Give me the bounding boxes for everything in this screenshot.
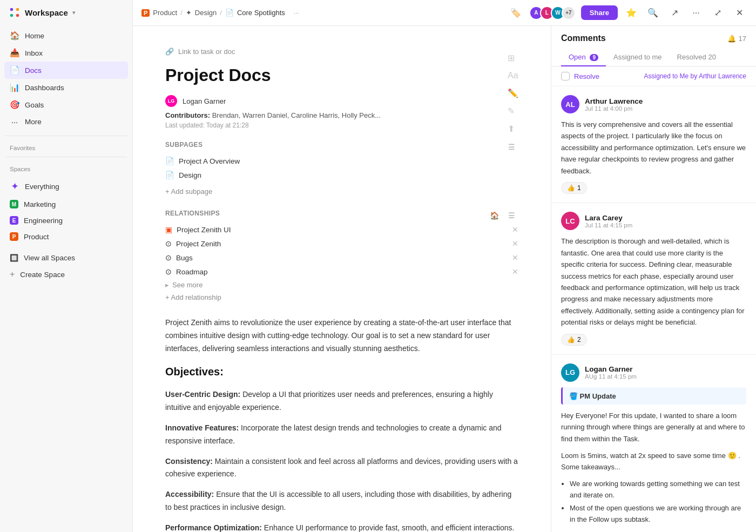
comment-author-3: Logan Garner: [585, 365, 637, 373]
sidebar-nav: 🏠 Home 📥 Inbox 📄 Docs 📊 Dashboards 🎯 Goa…: [0, 25, 132, 132]
subpage-label-2: Design: [179, 171, 201, 179]
create-space-button[interactable]: + Create Space: [4, 266, 128, 283]
workspace-header[interactable]: Workspace ▾: [0, 0, 132, 25]
breadcrumb-product[interactable]: Product: [153, 9, 177, 17]
sidebar-item-engineering[interactable]: E Engineering: [4, 212, 128, 228]
export-icon-button[interactable]: ↗: [666, 5, 683, 21]
share-button[interactable]: Share: [581, 5, 618, 20]
comment-time-2: Jul 11 at 4:15 pm: [585, 222, 632, 228]
obj-1-title: User-Centric Design:: [165, 390, 240, 399]
subpages-label: Subpages: [165, 141, 202, 149]
comment-meta-2: Lara Carey Jul 11 at 4:15 pm: [585, 214, 632, 228]
product-dot: P: [10, 232, 18, 241]
doc-author-row: LG Logan Garner: [165, 95, 502, 107]
spaces-label: Spaces: [0, 160, 132, 174]
rel-item-4-link[interactable]: ⊙ Roadmap: [165, 267, 208, 276]
subpages-section: Subpages ☰ 📄 Project A Overview 📄 Design: [165, 140, 518, 198]
add-relationship-button[interactable]: + Add relationship: [165, 291, 518, 304]
bell-icon: 🔔: [727, 35, 736, 43]
more-options-button[interactable]: ···: [688, 5, 704, 21]
sidebar-item-inbox[interactable]: 📥 Inbox: [4, 44, 128, 62]
font-size-icon[interactable]: Aa: [508, 71, 518, 80]
sidebar-item-docs[interactable]: 📄 Docs: [4, 62, 128, 79]
comments-list: AL Arthur Lawrence Jul 11 at 4:00 pm Thi…: [551, 86, 756, 532]
rel-item-2-close[interactable]: ✕: [512, 239, 518, 248]
reaction-pill-1[interactable]: 👍 1: [561, 182, 587, 194]
rel-item-2-label: Project Zenith: [176, 240, 221, 248]
relationships-list-icon[interactable]: ☰: [504, 208, 518, 223]
share-doc-icon[interactable]: ⬆: [508, 124, 518, 134]
relationships-header: Relationships 🏠 ☰: [165, 208, 518, 223]
assigned-me-link[interactable]: Assigned to Me by Arthur Lawrence: [644, 72, 746, 80]
sidebar-item-everything[interactable]: ✦ Everything: [4, 177, 128, 196]
collapse-icon-button[interactable]: ⤢: [710, 5, 726, 21]
more-icon: ···: [10, 117, 19, 126]
edit-icon[interactable]: ✏️: [508, 88, 518, 98]
rel-github-icon-3: ⊙: [165, 253, 172, 262]
search-icon-button[interactable]: 🔍: [645, 5, 661, 21]
comment-header-3: LG Logan Garner AUg 11 at 4:15 pm: [561, 363, 746, 382]
comments-header: Comments 🔔 17: [551, 26, 756, 43]
avatar-group: A L W +7: [529, 6, 576, 20]
sidebar-item-more[interactable]: ··· More: [4, 113, 128, 130]
link-icon: 🔗: [165, 48, 174, 56]
pm-update-label: 🪣 PM Update: [569, 392, 616, 400]
sidebar-item-marketing[interactable]: M Marketing: [4, 196, 128, 212]
tab-assigned-to-me[interactable]: Assigned to me: [606, 49, 670, 66]
view-all-spaces-button[interactable]: 🔲 View all Spaces: [4, 250, 128, 266]
rel-item-3-close[interactable]: ✕: [512, 253, 518, 262]
close-icon-button[interactable]: ✕: [731, 5, 747, 21]
breadcrumb-sep-2: /: [220, 9, 222, 17]
star-icon-button[interactable]: ⭐: [623, 5, 639, 21]
rel-item-1-link[interactable]: ▣ Project Zenith UI: [165, 225, 231, 234]
reaction-count-1: 1: [577, 184, 581, 192]
comment-text-1: This is very comprehensive and covers al…: [561, 119, 746, 177]
tag-icon-button[interactable]: 🏷️: [508, 5, 524, 21]
obj-2-title: Innovative Features:: [165, 423, 239, 432]
reaction-count-2: 2: [577, 336, 581, 344]
sidebar-item-goals[interactable]: 🎯 Goals: [4, 96, 128, 113]
doc-body-paragraph: Project Zenith aims to revolutionize the…: [165, 316, 518, 355]
sidebar-divider-1: [5, 136, 127, 136]
doc-author-avatar: LG: [165, 95, 177, 107]
breadcrumb-more-button[interactable]: ···: [288, 5, 305, 21]
reaction-pill-2[interactable]: 👍 2: [561, 334, 587, 346]
sidebar-item-dashboards[interactable]: 📊 Dashboards: [4, 79, 128, 96]
create-space-label: Create Space: [20, 271, 65, 279]
sidebar-item-home-label: Home: [25, 32, 44, 40]
doc-body: Project Zenith aims to revolutionize the…: [165, 316, 518, 532]
comment-author-2: Lara Carey: [585, 214, 632, 222]
layout-icon[interactable]: ⊞: [508, 53, 518, 63]
comments-bell[interactable]: 🔔 17: [727, 35, 746, 43]
resolve-checkbox[interactable]: Resolve: [561, 72, 599, 80]
rel-item-1-close[interactable]: ✕: [512, 225, 518, 234]
see-more-button[interactable]: ▸ See more: [165, 279, 518, 291]
obj-4-title: Accessibility:: [165, 490, 214, 499]
tab-resolved[interactable]: Resolved 20: [670, 49, 724, 66]
comment-text-3b: Loom is 5mins, watch at 2x speed to save…: [561, 450, 746, 473]
see-more-label: See more: [172, 281, 202, 289]
rel-item-2-link[interactable]: ⊙ Project Zenith: [165, 239, 221, 248]
relationships-actions: 🏠 ☰: [487, 208, 518, 223]
spaces-nav: ✦ Everything M Marketing E Engineering P…: [0, 174, 132, 247]
edit2-icon[interactable]: ✎: [508, 106, 518, 116]
subpages-list-icon[interactable]: ☰: [504, 140, 518, 154]
sidebar-item-product[interactable]: P Product: [4, 228, 128, 245]
link-task-button[interactable]: 🔗 Link to task or doc: [165, 48, 502, 56]
comment-item-3: LG Logan Garner AUg 11 at 4:15 pm 🪣 PM U…: [551, 355, 756, 532]
relationships-home-icon[interactable]: 🏠: [487, 208, 501, 223]
breadcrumb-current: Core Spotlights: [237, 9, 285, 17]
dashboards-icon: 📊: [10, 83, 19, 92]
comment-header-1: AL Arthur Lawrence Jul 11 at 4:00 pm: [561, 95, 746, 113]
subpage-item-2[interactable]: 📄 Design: [165, 168, 518, 182]
sidebar-item-home[interactable]: 🏠 Home: [4, 27, 128, 44]
add-subpage-button[interactable]: + Add subpage: [165, 185, 518, 198]
subpage-item-1[interactable]: 📄 Project A Overview: [165, 154, 518, 168]
sidebar-item-product-label: Product: [24, 233, 49, 241]
comments-tabs: Open 9 Assigned to me Resolved 20: [551, 43, 756, 66]
tab-open[interactable]: Open 9: [561, 49, 606, 66]
svg-point-2: [10, 14, 14, 17]
rel-item-4-close[interactable]: ✕: [512, 267, 518, 276]
rel-item-3-link[interactable]: ⊙ Bugs: [165, 253, 193, 262]
breadcrumb-design[interactable]: Design: [195, 9, 217, 17]
